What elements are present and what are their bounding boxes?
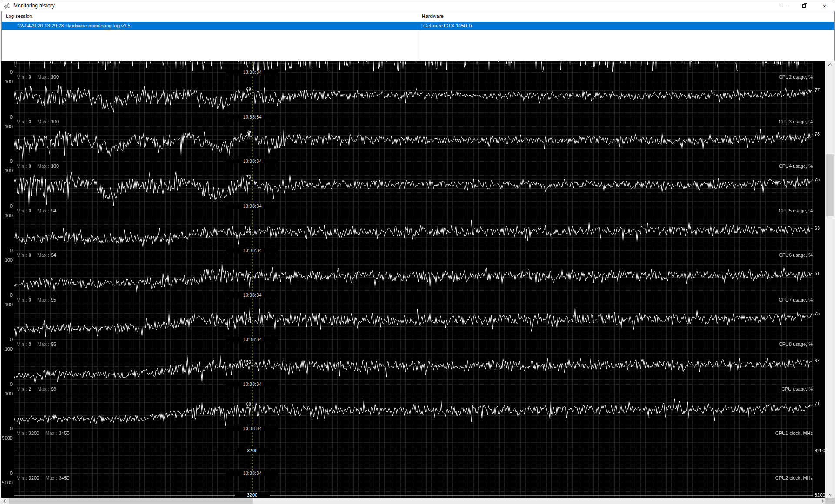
cpu2-usage-axis-bottom: 0 [1,114,13,119]
cpu4-usage-max-label: Max : [37,163,49,169]
cpu4-usage-current-value: 75 [815,177,820,182]
cpu2-clock-max-value: 3450 [59,475,69,481]
cpu-usage-min-value: 2 [29,386,31,391]
cpu3-usage-minmax: Min :0Max :100 [17,119,59,124]
cpu1-clock-max-value: 3450 [59,431,69,436]
cpu5-usage-max-label: Max : [37,208,49,213]
vertical-scrollbar[interactable] [825,61,835,498]
cpu3-usage-max-label: Max : [37,119,49,124]
cpu1-clock-title: CPU1 clock, MHz [775,431,813,436]
cpu-usage-current-value: 71 [815,401,820,406]
cpu2-usage-marker-value: 69 [208,86,251,92]
cpu-usage-marker-value: 60 [208,401,251,407]
cpu2-clock-min-label: Min : [17,475,27,481]
column-header-hardware[interactable]: Hardware [422,13,444,19]
cpu6-usage-max-label: Max : [37,252,49,258]
cpu2-clock-minmax: Min :3200Max :3450 [17,475,70,481]
cpu2-usage-max-value: 100 [51,74,59,80]
cpu8-usage-current-value: 67 [815,358,820,363]
session-row-hardware-label: GeForce GTX 1050 Ti [421,23,472,28]
cpu2-clock-current-value: 3200 [815,492,825,497]
scroll-down-button[interactable] [825,491,835,498]
restore-icon [802,3,807,8]
cpu2-usage-current-value: 77 [815,87,820,93]
cpu4-usage-minmax: Min :0Max :100 [17,163,59,169]
cpu2-usage-axis-top: 100 [1,79,13,84]
cpu2-clock-title: CPU2 clock, MHz [775,475,813,481]
close-button[interactable]: × [815,0,835,11]
cpu8-usage-axis-bottom: 0 [1,381,13,387]
cpu4-usage-axis-top: 100 [1,168,13,173]
cpu5-usage-min-label: Min : [17,208,27,213]
cpu4-usage-title: CPU4 usage, % [779,163,813,169]
cpu3-usage-axis-top: 100 [1,124,13,129]
cpu8-usage-max-label: Max : [37,342,49,347]
cpu5-usage-marker-value: 45 [208,229,251,234]
app-jet-icon [3,3,11,9]
cpu8-usage-max-value: 95 [51,342,56,347]
cpu2-usage-minmax: Min :0Max :100 [17,74,59,80]
minimize-button[interactable] [775,0,795,11]
cpu4-usage-axis-bottom: 0 [1,203,13,209]
chevron-right-icon [820,499,823,503]
chevron-left-icon [3,499,7,503]
cpu1-clock-current-value: 3200 [815,448,825,453]
cpu1-clock-minmax: Min :3200Max :3450 [17,431,70,436]
cpu1-clock-max-label: Max : [45,431,57,436]
cpu5-usage-axis-top: 100 [1,213,13,218]
cpu4-usage-min-label: Min : [17,163,27,169]
horizontal-scrollbar[interactable] [1,498,825,504]
cpu5-usage-axis-bottom: 0 [1,248,13,253]
cpu7-usage-max-value: 95 [51,297,56,302]
cpu2-usage-min-value: 0 [29,74,31,80]
cpu6-usage-marker-timestamp: 13:38:34 [226,248,278,253]
cpu2-clock-min-value: 3200 [29,475,39,481]
cpu3-usage-min-value: 0 [29,119,31,124]
cpu7-usage-max-label: Max : [37,297,49,302]
scroll-up-button[interactable] [825,61,835,68]
cpu2-clock-marker-timestamp: 13:38:34 [226,471,278,476]
cpu6-usage-min-value: 0 [29,252,31,258]
cpu8-usage-title: CPU8 usage, % [779,342,813,347]
cpu6-usage-current-value: 61 [815,271,820,276]
cpu3-usage-max-value: 100 [51,119,59,124]
title-bar[interactable]: Monitoring history × [0,0,835,11]
cpu-usage-min-label: Min : [17,386,27,391]
cpu8-usage-axis-top: 100 [1,346,13,351]
cpu6-usage-max-value: 94 [51,252,56,258]
log-session-list: Log session Hardware 12-04-2020 13:29:28… [1,11,835,61]
scroll-right-button[interactable] [818,498,825,504]
cpu3-usage-min-label: Min : [17,119,27,124]
cpu5-usage-min-value: 0 [29,208,31,213]
cpu8-usage-marker-timestamp: 13:38:34 [226,337,278,342]
cpu2-usage-marker-timestamp: 13:38:34 [226,70,278,75]
cpu4-usage-marker-value: 73 [208,174,251,179]
cpu5-usage-current-value: 63 [815,225,820,231]
cpu7-usage-minmax: Min :0Max :95 [17,297,56,302]
scroll-left-button[interactable] [1,498,9,504]
cpu2-usage-min-label: Min : [17,74,27,80]
vertical-scroll-thumb[interactable] [826,154,834,216]
restore-button[interactable] [795,0,815,11]
cpu3-usage-marker-timestamp: 13:38:34 [226,114,278,119]
cpu3-usage-current-value: 78 [815,131,820,136]
close-icon: × [823,3,827,9]
graphs-canvas [1,61,825,498]
horizontal-scroll-thumb[interactable] [9,498,253,504]
cpu6-usage-min-label: Min : [17,252,27,258]
cpu4-usage-min-value: 0 [29,163,31,169]
session-row-selected[interactable]: 12-04-2020 13:29:28 Hardware monitoring … [2,22,834,30]
cpu7-usage-axis-top: 100 [1,302,13,307]
chevron-up-icon [828,63,832,67]
cpu8-usage-marker-value: 53 [208,359,251,365]
cpu7-usage-min-label: Min : [17,297,27,302]
cpu5-usage-minmax: Min :0Max :94 [17,208,56,213]
cpu8-usage-min-value: 0 [29,342,31,347]
cpu7-usage-marker-value: 50 [208,316,251,321]
column-header-log-session[interactable]: Log session [6,13,32,19]
cpu2-usage-title: CPU2 usage, % [779,74,813,80]
cpu1-clock-marker-value: 3200 [235,448,270,453]
scrollbar-corner [825,498,835,504]
monitoring-graphs: 013:38:34Min :0Max :100CPU2 usage, %1000… [1,61,825,498]
cpu1-usage-partial-axis-bottom: 0 [1,70,13,75]
